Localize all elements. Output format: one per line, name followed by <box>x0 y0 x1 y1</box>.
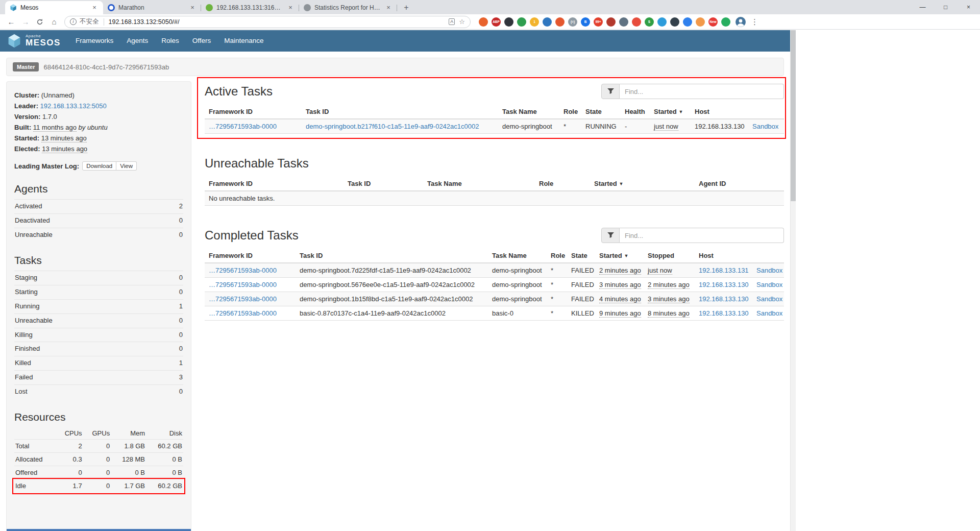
tab-close-icon[interactable]: × <box>188 4 197 12</box>
minimize-button[interactable]: — <box>911 0 934 14</box>
extension-icon[interactable]: (=) <box>568 17 577 27</box>
browser-window: Mesos × Marathon × 192.168.133.131:31657… <box>0 0 980 531</box>
extension-icon[interactable] <box>657 17 667 27</box>
host-link[interactable]: 192.168.133.130 <box>699 281 749 288</box>
tab-close-icon[interactable]: × <box>286 4 295 12</box>
vertical-scrollbar[interactable] <box>790 30 796 531</box>
tab-close-icon[interactable]: × <box>90 4 99 12</box>
master-badge: Master <box>13 62 39 71</box>
built-value: 11 months ago <box>33 124 77 132</box>
active-tasks-find-input[interactable] <box>620 84 784 99</box>
extension-icon[interactable] <box>683 17 692 27</box>
tab-mesos[interactable]: Mesos × <box>5 1 103 14</box>
extension-icon[interactable] <box>670 17 679 27</box>
log-view-button[interactable]: View <box>116 161 137 171</box>
master-log-label: Leading Master Log: <box>14 162 79 170</box>
extension-icon[interactable]: S <box>645 17 654 27</box>
reload-icon <box>36 18 43 26</box>
scrollbar-thumb[interactable] <box>791 30 796 201</box>
started-sort-header[interactable]: Started ▼ <box>650 105 691 119</box>
translate-icon[interactable]: A <box>449 18 455 25</box>
sandbox-cell: Sandbox <box>748 119 784 134</box>
nav-item-roles[interactable]: Roles <box>155 30 186 52</box>
tab-springboot-hello[interactable]: 192.168.133.131:31657/hello × <box>201 1 299 14</box>
completed-tasks-find-input[interactable] <box>620 228 784 243</box>
address-bar[interactable]: i 不安全 192.168.133.132:5050/#/ A ☆ <box>64 16 471 28</box>
extension-icon[interactable] <box>619 17 628 27</box>
sandbox-link[interactable]: Sandbox <box>756 309 782 317</box>
host-link[interactable]: 192.168.133.130 <box>699 295 749 303</box>
sandbox-link[interactable]: Sandbox <box>756 267 782 274</box>
state-cell: FAILED <box>567 263 595 278</box>
built-label: Built: <box>14 124 31 131</box>
state-cell: FAILED <box>567 292 595 306</box>
resources-row-offered: Offered000 B0 B <box>14 466 183 479</box>
tab-close-icon[interactable]: × <box>384 4 393 12</box>
role-cell: * <box>547 292 567 306</box>
completed-task-row: …7295671593ab-0000 demo-springboot.5676e… <box>205 278 784 292</box>
host-link[interactable]: 192.168.133.130 <box>699 309 749 317</box>
nav-item-agents[interactable]: Agents <box>120 30 155 52</box>
role-cell: * <box>547 278 567 292</box>
tab-title: Marathon <box>118 4 185 11</box>
framework-id-link[interactable]: …7295671593ab-0000 <box>209 123 277 130</box>
mesos-brand[interactable]: Apache MESOS <box>7 34 61 48</box>
sandbox-link[interactable]: Sandbox <box>756 295 782 303</box>
framework-id-link[interactable]: …7295671593ab-0000 <box>209 281 277 288</box>
extension-icon[interactable]: 99+ <box>594 17 603 27</box>
log-download-button[interactable]: Download <box>82 161 116 171</box>
sandbox-link[interactable]: Sandbox <box>752 123 778 130</box>
back-button[interactable]: ← <box>4 15 18 29</box>
extension-icon[interactable] <box>517 17 526 27</box>
forward-button[interactable]: → <box>18 15 33 29</box>
task-id-link[interactable]: demo-springboot.b217f610-c1a5-11e9-aaf9-… <box>306 123 479 130</box>
extension-icon[interactable] <box>479 17 488 27</box>
elected-value: 13 minutes ago <box>42 145 87 153</box>
started-sort-header[interactable]: Started ▼ <box>590 177 695 191</box>
extension-icon[interactable]: New <box>708 17 718 27</box>
extension-icon[interactable]: 1 <box>530 17 539 27</box>
completed-tasks-filter <box>601 228 784 243</box>
reload-button[interactable] <box>33 15 47 29</box>
framework-id-link[interactable]: …7295671593ab-0000 <box>209 309 277 317</box>
profile-avatar[interactable] <box>736 17 746 27</box>
home-button[interactable]: ⌂ <box>47 15 61 29</box>
version-value: 1.7.0 <box>42 113 57 120</box>
framework-id-link[interactable]: …7295671593ab-0000 <box>209 267 277 274</box>
host-cell: 192.168.133.131 <box>695 263 752 278</box>
filter-funnel-button[interactable] <box>601 84 620 99</box>
haproxy-favicon-icon <box>304 4 311 11</box>
close-button[interactable]: × <box>957 0 980 14</box>
filter-funnel-button[interactable] <box>601 228 620 243</box>
new-tab-button[interactable]: + <box>399 1 413 14</box>
extension-icon[interactable] <box>555 17 565 27</box>
main-content: Active Tasks <box>205 81 784 342</box>
extension-icon[interactable] <box>504 17 513 27</box>
mesos-logo-icon <box>7 34 21 48</box>
started-sort-header[interactable]: Started ▼ <box>595 249 644 263</box>
extension-icon[interactable]: B <box>581 17 590 27</box>
maximize-button[interactable]: □ <box>934 0 957 14</box>
bookmark-star-icon[interactable]: ☆ <box>459 18 465 26</box>
host-link[interactable]: 192.168.133.131 <box>699 267 749 274</box>
nav-item-offers[interactable]: Offers <box>186 30 218 52</box>
framework-id-link[interactable]: …7295671593ab-0000 <box>209 295 277 303</box>
extension-icon[interactable]: ABP <box>492 17 501 27</box>
tab-haproxy-stats[interactable]: Statistics Report for HAProxy × <box>299 1 397 14</box>
extension-icon[interactable] <box>721 17 730 27</box>
nav-item-frameworks[interactable]: Frameworks <box>69 30 120 52</box>
sandbox-link[interactable]: Sandbox <box>756 281 782 288</box>
task-name-cell: demo-springboot <box>488 263 547 278</box>
sidebar: Cluster: (Unnamed) Leader: 192.168.133.1… <box>6 81 191 531</box>
nav-item-maintenance[interactable]: Maintenance <box>217 30 270 52</box>
extension-icon[interactable] <box>696 17 705 27</box>
leader-link[interactable]: 192.168.133.132:5050 <box>40 102 107 110</box>
page-info-icon[interactable]: i <box>70 18 77 25</box>
extension-icon[interactable] <box>606 17 616 27</box>
browser-menu-icon[interactable]: ⋮ <box>751 17 758 27</box>
url-text[interactable]: 192.168.133.132:5050/#/ <box>109 18 445 26</box>
extension-icon[interactable] <box>632 17 641 27</box>
completed-task-row: …7295671593ab-0000 demo-springboot.7d225… <box>205 263 784 278</box>
tab-marathon[interactable]: Marathon × <box>103 1 201 14</box>
extension-icon[interactable] <box>543 17 552 27</box>
